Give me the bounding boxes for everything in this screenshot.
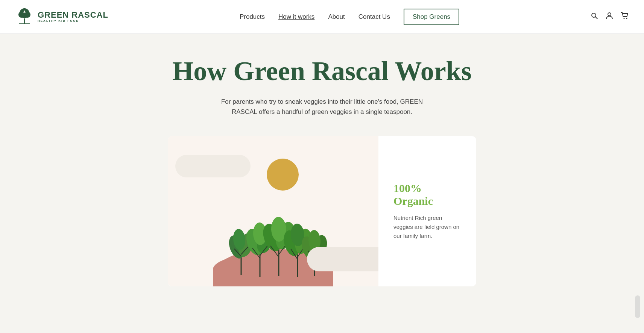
logo-text: GREEN RASCAL HEALTHY KID FOOD: [38, 11, 108, 23]
card-info: 100% Organic Nutrient Rich green veggies…: [378, 136, 476, 286]
search-icon: [591, 12, 598, 20]
nav-how-it-works[interactable]: How it works: [278, 13, 314, 21]
card-description: Nutrient Rich green veggies are field gr…: [393, 213, 461, 241]
page-title: How Green Rascal Works: [15, 56, 629, 86]
feature-card: 100% Organic Nutrient Rich green veggies…: [168, 136, 476, 286]
login-button[interactable]: [606, 12, 613, 21]
header-actions: [591, 12, 629, 21]
search-button[interactable]: [591, 12, 598, 21]
scroll-indicator: [635, 295, 640, 318]
nav-contact[interactable]: Contact Us: [358, 13, 390, 21]
svg-rect-0: [24, 18, 25, 24]
svg-point-9: [592, 13, 596, 17]
cloud-decoration-2: [307, 247, 378, 271]
nav-products[interactable]: Products: [240, 13, 265, 21]
card-badge: 100% Organic: [393, 182, 461, 207]
cart-icon: [621, 12, 629, 20]
main-nav: Products How it works About Contact Us S…: [240, 9, 459, 25]
svg-point-4: [23, 8, 26, 11]
card-illustration: [168, 136, 378, 286]
page-subtitle: For parents who try to sneak veggies int…: [217, 97, 427, 117]
main-content: How Green Rascal Works For parents who t…: [0, 34, 644, 333]
svg-point-11: [608, 13, 611, 16]
svg-point-12: [624, 18, 625, 19]
svg-line-10: [595, 17, 597, 19]
brand-tagline: HEALTHY KID FOOD: [38, 19, 108, 23]
nav-about[interactable]: About: [328, 13, 345, 21]
brand-name: GREEN RASCAL: [38, 11, 108, 19]
logo-icon: [15, 6, 34, 27]
site-header: GREEN RASCAL HEALTHY KID FOOD Products H…: [0, 0, 644, 34]
shop-greens-button[interactable]: Shop Greens: [404, 9, 459, 25]
logo-link[interactable]: GREEN RASCAL HEALTHY KID FOOD: [15, 6, 108, 27]
user-icon: [606, 12, 613, 20]
cart-button[interactable]: [621, 12, 629, 21]
svg-point-13: [626, 18, 627, 19]
